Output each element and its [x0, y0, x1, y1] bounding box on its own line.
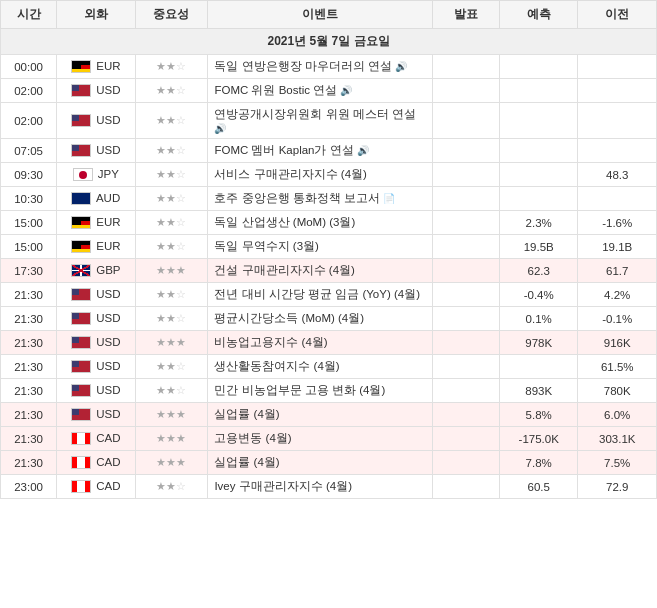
- event-cell: 실업률 (4월): [208, 403, 432, 427]
- forecast-cell: [499, 55, 577, 79]
- star-filled: ★: [156, 456, 166, 468]
- forecast-cell: 2.3%: [499, 211, 577, 235]
- currency-label: USD: [96, 84, 120, 96]
- star-empty: ☆: [176, 312, 186, 324]
- announce-cell: [432, 103, 499, 139]
- star-empty: ☆: [176, 168, 186, 180]
- event-cell: 전년 대비 시간당 평균 임금 (YoY) (4월): [208, 283, 432, 307]
- importance-stars: ★★☆: [156, 144, 186, 156]
- currency-cell: CAD: [57, 427, 135, 451]
- previous-cell: [578, 139, 657, 163]
- event-cell: FOMC 멤버 Kaplan가 연설 🔊: [208, 139, 432, 163]
- star-filled: ★: [156, 240, 166, 252]
- importance-stars: ★★★: [156, 408, 186, 420]
- time-cell: 21:30: [1, 331, 57, 355]
- time-cell: 15:00: [1, 235, 57, 259]
- table-row: 21:30 USD ★★★ 실업률 (4월) 5.8% 6.0%: [1, 403, 657, 427]
- star-filled: ★: [166, 60, 176, 72]
- announce-cell: [432, 475, 499, 499]
- importance-cell: ★★★: [135, 451, 208, 475]
- currency-label: CAD: [96, 432, 120, 444]
- previous-cell: [578, 79, 657, 103]
- star-filled: ★: [166, 360, 176, 372]
- star-filled: ★: [166, 216, 176, 228]
- event-name: FOMC 멤버 Kaplan가 연설: [214, 144, 353, 156]
- event-name: FOMC 위원 Bostic 연설: [214, 84, 337, 96]
- star-filled: ★: [156, 114, 166, 126]
- event-name: 실업률 (4월): [214, 408, 279, 420]
- star-empty: ☆: [176, 84, 186, 96]
- star-empty: ☆: [176, 144, 186, 156]
- announce-cell: [432, 211, 499, 235]
- table-row: 23:00 CAD ★★☆ Ivey 구매관리자지수 (4월) 60.5 72.…: [1, 475, 657, 499]
- importance-stars: ★★☆: [156, 60, 186, 72]
- event-cell: FOMC 위원 Bostic 연설 🔊: [208, 79, 432, 103]
- previous-cell: 6.0%: [578, 403, 657, 427]
- star-filled: ★: [176, 336, 186, 348]
- event-name: Ivey 구매관리자지수 (4월): [214, 480, 352, 492]
- event-name: 서비스 구매관리자지수 (4월): [214, 168, 366, 180]
- importance-cell: ★★★: [135, 259, 208, 283]
- header-importance: 중요성: [135, 1, 208, 29]
- time-cell: 02:00: [1, 103, 57, 139]
- importance-stars: ★★★: [156, 264, 186, 276]
- star-filled: ★: [166, 144, 176, 156]
- star-filled: ★: [166, 240, 176, 252]
- announce-cell: [432, 451, 499, 475]
- star-filled: ★: [156, 312, 166, 324]
- audio-icon: 🔊: [214, 123, 226, 134]
- event-name: 독일 산업생산 (MoM) (3월): [214, 216, 355, 228]
- star-empty: ☆: [176, 192, 186, 204]
- announce-cell: [432, 403, 499, 427]
- previous-cell: -0.1%: [578, 307, 657, 331]
- time-cell: 15:00: [1, 211, 57, 235]
- importance-cell: ★★☆: [135, 103, 208, 139]
- time-cell: 21:30: [1, 451, 57, 475]
- header-time: 시간: [1, 1, 57, 29]
- currency-cell: USD: [57, 283, 135, 307]
- star-empty: ☆: [176, 60, 186, 72]
- previous-cell: 780K: [578, 379, 657, 403]
- event-name: 연방공개시장위원회 위원 메스터 연설: [214, 108, 416, 120]
- star-filled: ★: [156, 168, 166, 180]
- table-row: 21:30 USD ★★☆ 전년 대비 시간당 평균 임금 (YoY) (4월)…: [1, 283, 657, 307]
- currency-cell: USD: [57, 403, 135, 427]
- table-row: 21:30 USD ★★☆ 평균시간당소득 (MoM) (4월) 0.1% -0…: [1, 307, 657, 331]
- forecast-cell: 978K: [499, 331, 577, 355]
- currency-label: CAD: [96, 480, 120, 492]
- star-filled: ★: [176, 432, 186, 444]
- forecast-cell: [499, 187, 577, 211]
- importance-cell: ★★☆: [135, 79, 208, 103]
- forecast-cell: -175.0K: [499, 427, 577, 451]
- previous-cell: 61.7: [578, 259, 657, 283]
- forecast-cell: [499, 139, 577, 163]
- importance-cell: ★★☆: [135, 379, 208, 403]
- event-name: 평균시간당소득 (MoM) (4월): [214, 312, 364, 324]
- announce-cell: [432, 331, 499, 355]
- star-filled: ★: [156, 384, 166, 396]
- event-cell: 민간 비농업부문 고용 변화 (4월): [208, 379, 432, 403]
- importance-cell: ★★☆: [135, 139, 208, 163]
- forecast-cell: 5.8%: [499, 403, 577, 427]
- time-cell: 10:30: [1, 187, 57, 211]
- announce-cell: [432, 235, 499, 259]
- currency-cell: USD: [57, 79, 135, 103]
- previous-cell: 72.9: [578, 475, 657, 499]
- time-cell: 09:30: [1, 163, 57, 187]
- star-filled: ★: [166, 192, 176, 204]
- currency-label: USD: [96, 336, 120, 348]
- time-cell: 07:05: [1, 139, 57, 163]
- event-cell: 고용변동 (4월): [208, 427, 432, 451]
- star-filled: ★: [156, 192, 166, 204]
- star-filled: ★: [166, 384, 176, 396]
- event-cell: 비농업고용지수 (4월): [208, 331, 432, 355]
- time-cell: 21:30: [1, 403, 57, 427]
- event-cell: 실업률 (4월): [208, 451, 432, 475]
- star-filled: ★: [156, 432, 166, 444]
- currency-label: USD: [96, 408, 120, 420]
- event-name: 독일 무역수지 (3월): [214, 240, 318, 252]
- announce-cell: [432, 163, 499, 187]
- star-filled: ★: [156, 336, 166, 348]
- star-filled: ★: [156, 288, 166, 300]
- currency-label: JPY: [98, 168, 119, 180]
